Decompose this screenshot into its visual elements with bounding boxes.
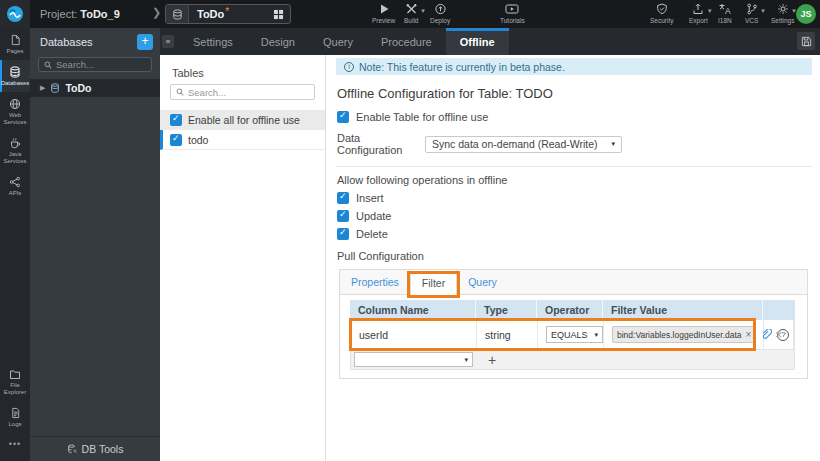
delete-checkbox[interactable] bbox=[337, 228, 349, 240]
info-icon: i bbox=[344, 62, 354, 72]
search-icon bbox=[176, 88, 184, 96]
globe-icon bbox=[9, 98, 21, 110]
database-search-input[interactable] bbox=[56, 59, 146, 70]
tab-offline[interactable]: Offline bbox=[446, 28, 509, 55]
select-arrow-icon: ▾ bbox=[464, 356, 468, 364]
export-icon: ▾ bbox=[692, 3, 704, 15]
enable-all-checkbox[interactable] bbox=[170, 114, 182, 126]
more-menu-button[interactable]: ••• bbox=[0, 433, 30, 461]
binding-chip[interactable]: bind:Variables.loggedInUser.data × bbox=[612, 326, 756, 343]
new-column-select[interactable]: ▾ bbox=[354, 352, 473, 367]
api-icon bbox=[9, 176, 21, 188]
add-row-button[interactable]: + bbox=[488, 353, 496, 367]
add-filter-row: ▾ + bbox=[350, 350, 795, 370]
delete-row-icon[interactable]: × bbox=[775, 327, 783, 342]
filter-table-header: Column Name Type Operator Filter Value bbox=[350, 300, 795, 320]
svg-text:A: A bbox=[725, 6, 731, 16]
search-icon bbox=[44, 61, 52, 69]
shield-icon bbox=[656, 3, 668, 15]
add-database-button[interactable]: + bbox=[137, 34, 153, 50]
sidebar-item-pages[interactable]: Pages bbox=[0, 28, 30, 60]
type-cell: string bbox=[477, 320, 538, 349]
todo-table-checkbox[interactable] bbox=[170, 134, 182, 146]
tab-filter[interactable]: Filter bbox=[410, 270, 457, 295]
caret-down-icon: ▾ bbox=[761, 7, 765, 15]
app-logo[interactable] bbox=[0, 0, 30, 28]
database-search[interactable] bbox=[38, 57, 152, 72]
tab-query[interactable]: Query bbox=[309, 28, 367, 55]
i18n-icon: A bbox=[718, 3, 731, 15]
update-checkbox[interactable] bbox=[337, 210, 349, 222]
tables-search-input[interactable] bbox=[188, 87, 309, 98]
build-button[interactable]: ▾ Build bbox=[404, 3, 418, 24]
vcs-button[interactable]: ▾ VCS bbox=[745, 3, 758, 24]
insert-checkbox[interactable] bbox=[337, 192, 349, 204]
project-name: ToDo_9 bbox=[80, 8, 120, 20]
editor-tabbar: « Settings Design Query Procedure Offlin… bbox=[160, 28, 820, 55]
sidebar-item-logs[interactable]: Logs bbox=[0, 401, 30, 433]
filter-row-userid: userId string EQUALS ▾ bind:Variables.lo… bbox=[350, 320, 795, 350]
db-tools-icon bbox=[67, 444, 77, 454]
sidebar-item-java-services[interactable]: Java Services bbox=[0, 131, 30, 170]
table-row-todo[interactable]: todo bbox=[160, 130, 325, 150]
sidebar-item-databases[interactable]: Databases bbox=[0, 60, 30, 92]
user-avatar[interactable]: JS bbox=[796, 4, 816, 24]
filter-value-cell: bind:Variables.loggedInUser.data × ? bbox=[604, 320, 764, 349]
data-configuration-select[interactable]: Sync data on-demand (Read-Write) ▾ bbox=[425, 136, 622, 153]
data-configuration-row: Data Configuration Sync data on-demand (… bbox=[337, 132, 820, 156]
play-icon bbox=[378, 3, 390, 15]
tab-procedure[interactable]: Procedure bbox=[367, 28, 446, 55]
export-button[interactable]: ▾ Export bbox=[689, 3, 708, 24]
panel-title: Databases bbox=[40, 36, 137, 48]
selected-entity-name: ToDo bbox=[197, 8, 224, 20]
operation-update-row: Update bbox=[337, 210, 820, 222]
sidebar-item-file-explorer[interactable]: File Explorer bbox=[0, 363, 30, 401]
operator-cell: EQUALS ▾ bbox=[538, 320, 604, 349]
database-icon bbox=[9, 66, 21, 78]
sidebar-item-apis[interactable]: APIs bbox=[0, 170, 30, 202]
section-divider bbox=[336, 166, 812, 167]
left-nav-rail: Pages Databases Web Services Java Servic… bbox=[0, 28, 30, 461]
java-icon bbox=[9, 137, 21, 149]
app-window: Project:ToDo_9 ❯ ToDo * Preview ▾ Build bbox=[0, 0, 820, 461]
remove-binding-icon[interactable]: × bbox=[746, 329, 752, 340]
database-tree-item-todo[interactable]: ▶ ToDo bbox=[30, 79, 160, 97]
i18n-button[interactable]: A I18N bbox=[718, 3, 732, 24]
database-icon bbox=[50, 83, 60, 93]
select-arrow-icon: ▾ bbox=[594, 331, 598, 339]
preview-button[interactable]: Preview bbox=[372, 3, 395, 24]
db-tools-button[interactable]: DB Tools bbox=[30, 436, 160, 461]
tab-design[interactable]: Design bbox=[247, 28, 309, 55]
tab-properties[interactable]: Properties bbox=[340, 270, 410, 294]
settings-button[interactable]: ▾ Settings bbox=[771, 3, 795, 24]
rail-spacer bbox=[0, 202, 30, 363]
modified-marker: * bbox=[225, 6, 229, 17]
column-name-cell[interactable]: userId bbox=[351, 320, 477, 349]
pull-configuration-label: Pull Configuration bbox=[337, 250, 820, 262]
chevron-right-icon: ❯ bbox=[152, 6, 161, 19]
deploy-button[interactable]: Deploy bbox=[430, 3, 450, 24]
tables-panel: Tables Enable all for offline use todo bbox=[160, 55, 326, 461]
tutorials-button[interactable]: Tutorials bbox=[500, 3, 525, 24]
operation-insert-row: Insert bbox=[337, 192, 820, 204]
wavemaker-logo-icon bbox=[6, 5, 24, 23]
enable-table-checkbox[interactable] bbox=[337, 111, 349, 123]
grid-icon[interactable] bbox=[273, 9, 284, 20]
save-button[interactable] bbox=[797, 32, 815, 50]
collapse-panel-button[interactable]: « bbox=[162, 35, 174, 48]
logs-icon bbox=[10, 407, 21, 419]
sidebar-item-web-services[interactable]: Web Services bbox=[0, 92, 30, 131]
tab-settings[interactable]: Settings bbox=[179, 28, 247, 55]
enable-all-offline-row[interactable]: Enable all for offline use bbox=[160, 110, 325, 130]
operator-select[interactable]: EQUALS ▾ bbox=[546, 326, 603, 343]
tab-query-pull[interactable]: Query bbox=[457, 270, 508, 294]
database-icon bbox=[166, 5, 189, 23]
entity-selector[interactable]: ToDo * bbox=[165, 4, 291, 24]
select-arrow-icon: ▾ bbox=[611, 140, 615, 148]
expand-caret-icon[interactable]: ▶ bbox=[40, 84, 45, 92]
tables-search[interactable] bbox=[170, 84, 315, 100]
tables-panel-title: Tables bbox=[172, 67, 325, 79]
caret-down-icon: ▾ bbox=[421, 7, 425, 15]
enable-table-offline-row: Enable Table for offline use bbox=[337, 111, 820, 123]
security-button[interactable]: Security bbox=[650, 3, 673, 24]
